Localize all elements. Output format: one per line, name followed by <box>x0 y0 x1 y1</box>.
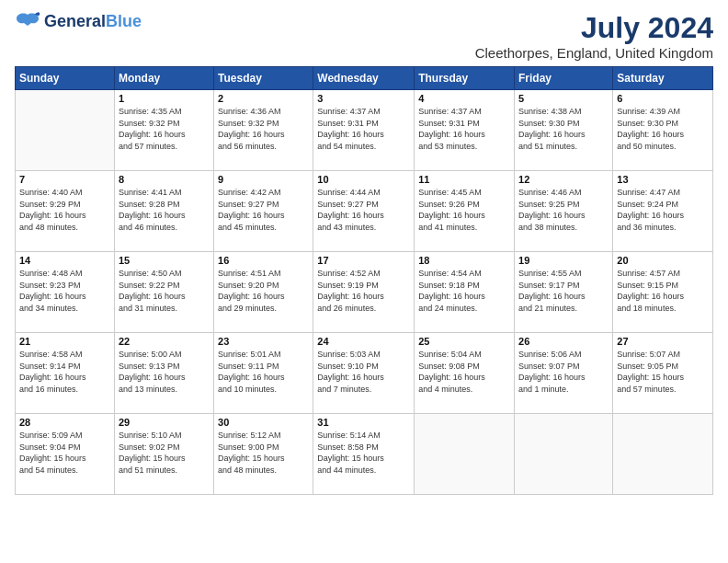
day-number: 31 <box>317 417 410 428</box>
day-number: 27 <box>617 336 709 347</box>
day-info: Sunrise: 4:40 AM Sunset: 9:29 PM Dayligh… <box>19 187 110 233</box>
calendar-cell: 13Sunrise: 4:47 AM Sunset: 9:24 PM Dayli… <box>613 171 713 252</box>
day-info: Sunrise: 4:38 AM Sunset: 9:30 PM Dayligh… <box>518 106 609 152</box>
day-info: Sunrise: 5:12 AM Sunset: 9:00 PM Dayligh… <box>218 430 309 476</box>
calendar-cell: 2Sunrise: 4:36 AM Sunset: 9:32 PM Daylig… <box>214 90 313 171</box>
calendar-cell: 12Sunrise: 4:46 AM Sunset: 9:25 PM Dayli… <box>515 171 613 252</box>
day-info: Sunrise: 4:41 AM Sunset: 9:28 PM Dayligh… <box>119 187 210 233</box>
day-number: 8 <box>119 174 210 185</box>
calendar-cell: 18Sunrise: 4:54 AM Sunset: 9:18 PM Dayli… <box>415 252 515 333</box>
calendar-cell: 20Sunrise: 4:57 AM Sunset: 9:15 PM Dayli… <box>613 252 713 333</box>
calendar-cell: 16Sunrise: 4:51 AM Sunset: 9:20 PM Dayli… <box>214 252 313 333</box>
day-number: 11 <box>418 174 510 185</box>
col-friday: Friday <box>515 67 613 90</box>
month-year: July 2024 <box>475 11 713 45</box>
calendar-week-3: 14Sunrise: 4:48 AM Sunset: 9:23 PM Dayli… <box>16 252 713 333</box>
calendar-week-5: 28Sunrise: 5:09 AM Sunset: 9:04 PM Dayli… <box>16 414 713 495</box>
calendar-cell: 7Sunrise: 4:40 AM Sunset: 9:29 PM Daylig… <box>16 171 115 252</box>
calendar-cell: 17Sunrise: 4:52 AM Sunset: 9:19 PM Dayli… <box>313 252 415 333</box>
calendar-cell: 21Sunrise: 4:58 AM Sunset: 9:14 PM Dayli… <box>16 333 115 414</box>
logo: GeneralBlue <box>15 11 142 33</box>
day-info: Sunrise: 4:50 AM Sunset: 9:22 PM Dayligh… <box>119 268 210 314</box>
calendar-cell: 30Sunrise: 5:12 AM Sunset: 9:00 PM Dayli… <box>214 414 313 495</box>
calendar-cell: 5Sunrise: 4:38 AM Sunset: 9:30 PM Daylig… <box>515 90 613 171</box>
day-number: 26 <box>518 336 609 347</box>
day-info: Sunrise: 4:35 AM Sunset: 9:32 PM Dayligh… <box>119 106 210 152</box>
day-info: Sunrise: 5:00 AM Sunset: 9:13 PM Dayligh… <box>119 349 210 395</box>
day-info: Sunrise: 5:09 AM Sunset: 9:04 PM Dayligh… <box>19 430 110 476</box>
calendar-header-row: Sunday Monday Tuesday Wednesday Thursday… <box>16 67 713 90</box>
calendar: Sunday Monday Tuesday Wednesday Thursday… <box>15 66 713 495</box>
day-info: Sunrise: 4:44 AM Sunset: 9:27 PM Dayligh… <box>317 187 410 233</box>
day-number: 20 <box>617 255 709 266</box>
day-number: 22 <box>119 336 210 347</box>
calendar-week-2: 7Sunrise: 4:40 AM Sunset: 9:29 PM Daylig… <box>16 171 713 252</box>
day-info: Sunrise: 4:37 AM Sunset: 9:31 PM Dayligh… <box>317 106 410 152</box>
col-saturday: Saturday <box>613 67 713 90</box>
day-number: 28 <box>19 417 110 428</box>
day-info: Sunrise: 4:55 AM Sunset: 9:17 PM Dayligh… <box>518 268 609 314</box>
day-info: Sunrise: 5:14 AM Sunset: 8:58 PM Dayligh… <box>317 430 410 476</box>
day-number: 2 <box>218 93 309 104</box>
day-number: 9 <box>218 174 309 185</box>
day-number: 16 <box>218 255 309 266</box>
day-info: Sunrise: 4:48 AM Sunset: 9:23 PM Dayligh… <box>19 268 110 314</box>
day-number: 18 <box>418 255 510 266</box>
calendar-cell <box>515 414 613 495</box>
calendar-cell: 28Sunrise: 5:09 AM Sunset: 9:04 PM Dayli… <box>16 414 115 495</box>
day-info: Sunrise: 4:51 AM Sunset: 9:20 PM Dayligh… <box>218 268 309 314</box>
day-number: 3 <box>317 93 410 104</box>
col-tuesday: Tuesday <box>214 67 313 90</box>
day-info: Sunrise: 5:01 AM Sunset: 9:11 PM Dayligh… <box>218 349 309 395</box>
calendar-cell: 8Sunrise: 4:41 AM Sunset: 9:28 PM Daylig… <box>114 171 213 252</box>
col-thursday: Thursday <box>415 67 515 90</box>
header: GeneralBlue July 2024 Cleethorpes, Engla… <box>15 11 713 61</box>
day-number: 19 <box>518 255 609 266</box>
day-info: Sunrise: 5:06 AM Sunset: 9:07 PM Dayligh… <box>518 349 609 395</box>
day-info: Sunrise: 4:45 AM Sunset: 9:26 PM Dayligh… <box>418 187 510 233</box>
day-number: 14 <box>19 255 110 266</box>
calendar-cell: 19Sunrise: 4:55 AM Sunset: 9:17 PM Dayli… <box>515 252 613 333</box>
day-info: Sunrise: 4:39 AM Sunset: 9:30 PM Dayligh… <box>617 106 709 152</box>
day-number: 17 <box>317 255 410 266</box>
logo-text: GeneralBlue <box>44 13 142 31</box>
day-number: 5 <box>518 93 609 104</box>
calendar-cell: 24Sunrise: 5:03 AM Sunset: 9:10 PM Dayli… <box>313 333 415 414</box>
day-info: Sunrise: 5:03 AM Sunset: 9:10 PM Dayligh… <box>317 349 410 395</box>
day-number: 7 <box>19 174 110 185</box>
col-sunday: Sunday <box>16 67 115 90</box>
title-block: July 2024 Cleethorpes, England, United K… <box>475 11 713 61</box>
logo-icon <box>15 11 40 33</box>
col-wednesday: Wednesday <box>313 67 415 90</box>
calendar-cell: 3Sunrise: 4:37 AM Sunset: 9:31 PM Daylig… <box>313 90 415 171</box>
col-monday: Monday <box>114 67 213 90</box>
calendar-cell <box>16 90 115 171</box>
day-number: 21 <box>19 336 110 347</box>
calendar-cell: 14Sunrise: 4:48 AM Sunset: 9:23 PM Dayli… <box>16 252 115 333</box>
calendar-cell: 9Sunrise: 4:42 AM Sunset: 9:27 PM Daylig… <box>214 171 313 252</box>
calendar-cell: 25Sunrise: 5:04 AM Sunset: 9:08 PM Dayli… <box>415 333 515 414</box>
day-info: Sunrise: 4:57 AM Sunset: 9:15 PM Dayligh… <box>617 268 709 314</box>
calendar-cell: 10Sunrise: 4:44 AM Sunset: 9:27 PM Dayli… <box>313 171 415 252</box>
day-info: Sunrise: 4:54 AM Sunset: 9:18 PM Dayligh… <box>418 268 510 314</box>
calendar-cell: 4Sunrise: 4:37 AM Sunset: 9:31 PM Daylig… <box>415 90 515 171</box>
day-number: 15 <box>119 255 210 266</box>
day-info: Sunrise: 4:46 AM Sunset: 9:25 PM Dayligh… <box>518 187 609 233</box>
day-info: Sunrise: 5:04 AM Sunset: 9:08 PM Dayligh… <box>418 349 510 395</box>
calendar-cell: 22Sunrise: 5:00 AM Sunset: 9:13 PM Dayli… <box>114 333 213 414</box>
day-number: 23 <box>218 336 309 347</box>
day-number: 12 <box>518 174 609 185</box>
day-number: 4 <box>418 93 510 104</box>
day-number: 6 <box>617 93 709 104</box>
day-number: 24 <box>317 336 410 347</box>
day-number: 30 <box>218 417 309 428</box>
day-info: Sunrise: 4:42 AM Sunset: 9:27 PM Dayligh… <box>218 187 309 233</box>
calendar-cell: 29Sunrise: 5:10 AM Sunset: 9:02 PM Dayli… <box>114 414 213 495</box>
day-info: Sunrise: 4:58 AM Sunset: 9:14 PM Dayligh… <box>19 349 110 395</box>
day-info: Sunrise: 5:07 AM Sunset: 9:05 PM Dayligh… <box>617 349 709 395</box>
calendar-cell: 15Sunrise: 4:50 AM Sunset: 9:22 PM Dayli… <box>114 252 213 333</box>
day-info: Sunrise: 4:36 AM Sunset: 9:32 PM Dayligh… <box>218 106 309 152</box>
calendar-week-4: 21Sunrise: 4:58 AM Sunset: 9:14 PM Dayli… <box>16 333 713 414</box>
calendar-cell <box>613 414 713 495</box>
calendar-cell <box>415 414 515 495</box>
